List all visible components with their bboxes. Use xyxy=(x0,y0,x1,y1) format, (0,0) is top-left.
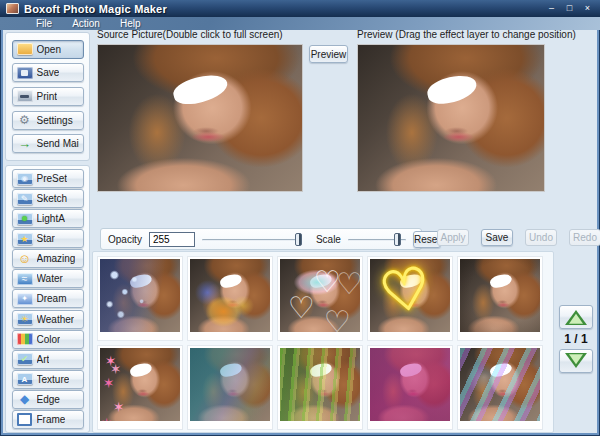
sketch-pencil-icon xyxy=(17,193,33,205)
sidebar-item-label: Water xyxy=(37,273,63,284)
preview-button[interactable]: Preview xyxy=(309,45,348,63)
sidebar-item-preset[interactable]: PreSet xyxy=(12,169,84,188)
down-green-triangle-icon xyxy=(569,354,583,364)
sidebar: Open Save Print Settings Send Mail xyxy=(5,32,90,433)
sidebar-file-group: Open Save Print Settings Send Mail xyxy=(5,32,90,161)
sidebar-item-weather[interactable]: Weather xyxy=(12,310,84,329)
sidebar-item-save[interactable]: Save xyxy=(12,63,84,82)
printer-icon xyxy=(17,90,33,102)
sidebar-item-label: Sketch xyxy=(37,193,68,204)
effect-thumbnail[interactable] xyxy=(187,345,273,430)
sidebar-item-label: LightA xyxy=(37,213,65,224)
sidebar-item-label: Star xyxy=(37,233,55,244)
page-up-button[interactable] xyxy=(559,305,593,329)
effect-preview-image xyxy=(100,259,180,332)
opacity-slider-handle[interactable] xyxy=(295,233,302,246)
save-effect-button[interactable]: Save xyxy=(481,229,513,246)
edge-diamond-icon xyxy=(17,393,33,405)
sidebar-item-star[interactable]: Star xyxy=(12,229,84,248)
effect-thumbnail[interactable] xyxy=(457,345,543,430)
app-window: Boxoft Photo Magic Maker – □ × File Acti… xyxy=(0,0,600,436)
maximize-icon[interactable]: □ xyxy=(563,3,576,14)
effect-preview-image xyxy=(280,259,360,332)
preset-photo-icon xyxy=(17,173,33,185)
effect-thumbnail[interactable] xyxy=(367,345,453,430)
scale-label: Scale xyxy=(316,234,341,245)
sidebar-item-amazing[interactable]: Amazing xyxy=(12,249,84,268)
sidebar-item-label: Send Mail xyxy=(37,138,79,149)
sidebar-item-label: Open xyxy=(37,44,61,55)
scale-slider-handle[interactable] xyxy=(394,233,401,246)
app-icon xyxy=(6,3,19,14)
thumbnail-pager: 1 / 1 xyxy=(556,305,596,373)
sidebar-item-settings[interactable]: Settings xyxy=(12,111,84,130)
sidebar-item-label: PreSet xyxy=(37,173,68,184)
sidebar-item-water[interactable]: Water xyxy=(12,269,84,288)
sidebar-item-frame[interactable]: Frame xyxy=(12,410,84,429)
sidebar-item-label: Color xyxy=(37,334,61,345)
sidebar-item-label: Art xyxy=(37,354,50,365)
effect-thumbnail[interactable] xyxy=(277,256,363,341)
effect-thumbnail[interactable] xyxy=(367,256,453,341)
opacity-input[interactable] xyxy=(149,232,195,247)
apply-button[interactable]: Apply xyxy=(437,229,469,246)
texture-letter-icon xyxy=(17,373,33,385)
effect-preview-image xyxy=(370,348,450,421)
color-palette-icon xyxy=(17,333,33,345)
sidebar-item-label: Frame xyxy=(37,414,66,425)
undo-button[interactable]: Undo xyxy=(525,229,557,246)
opacity-slider-track xyxy=(202,239,302,241)
dream-sparkle-icon xyxy=(17,293,33,305)
effect-preview-image xyxy=(460,348,540,421)
page-indicator: 1 / 1 xyxy=(564,332,587,346)
menu-file[interactable]: File xyxy=(28,18,60,29)
sidebar-item-label: Edge xyxy=(37,394,60,405)
effect-thumbnail[interactable] xyxy=(187,256,273,341)
sidebar-item-art[interactable]: Art xyxy=(12,350,84,369)
sidebar-item-color[interactable]: Color xyxy=(12,330,84,349)
effect-preview-image xyxy=(460,259,540,332)
up-green-triangle-icon xyxy=(569,314,583,324)
sidebar-item-label: Dream xyxy=(37,293,67,304)
source-picture-label: Source Picture(Double click to full scre… xyxy=(97,29,283,40)
sidebar-item-label: Save xyxy=(37,67,60,78)
scale-slider[interactable] xyxy=(348,233,406,246)
sidebar-item-edge[interactable]: Edge xyxy=(12,390,84,409)
preview-picture[interactable] xyxy=(357,44,545,192)
effect-thumbnail-grid xyxy=(92,251,554,433)
star-icon xyxy=(17,233,33,245)
send-mail-arrow-icon xyxy=(17,138,33,150)
sidebar-item-label: Texture xyxy=(37,374,70,385)
water-wave-icon xyxy=(17,273,33,285)
effect-thumbnail[interactable] xyxy=(277,345,363,430)
close-icon[interactable]: × xyxy=(581,3,594,14)
sidebar-item-texture[interactable]: Texture xyxy=(12,370,84,389)
sidebar-item-lighta[interactable]: LightA xyxy=(12,209,84,228)
sidebar-item-label: Settings xyxy=(37,115,73,126)
effect-thumbnail[interactable] xyxy=(97,256,183,341)
effect-thumbnail[interactable] xyxy=(457,256,543,341)
sidebar-item-open[interactable]: Open xyxy=(12,40,84,59)
sidebar-item-label: Amazing xyxy=(37,253,76,264)
amazing-smiley-icon xyxy=(17,253,33,265)
redo-button[interactable]: Redo xyxy=(569,229,600,246)
minimize-icon[interactable]: – xyxy=(545,3,558,14)
weather-sun-icon xyxy=(17,313,33,325)
window-title: Boxoft Photo Magic Maker xyxy=(24,3,167,15)
effect-controls-panel: Opacity Scale Reset xyxy=(100,228,422,250)
sidebar-item-send-mail[interactable]: Send Mail xyxy=(12,134,84,153)
sidebar-item-print[interactable]: Print xyxy=(12,87,84,106)
sidebar-item-sketch[interactable]: Sketch xyxy=(12,189,84,208)
gear-icon xyxy=(17,114,33,126)
sidebar-item-label: Weather xyxy=(37,314,75,325)
opacity-slider[interactable] xyxy=(202,233,302,246)
page-down-button[interactable] xyxy=(559,349,593,373)
light-effect-icon xyxy=(17,213,33,225)
effect-thumbnail[interactable] xyxy=(97,345,183,430)
sidebar-item-dream[interactable]: Dream xyxy=(12,289,84,308)
frame-icon xyxy=(17,413,33,425)
menu-action[interactable]: Action xyxy=(64,18,108,29)
source-picture[interactable] xyxy=(97,44,303,192)
menu-help[interactable]: Help xyxy=(112,18,149,29)
effect-preview-image xyxy=(190,348,270,421)
